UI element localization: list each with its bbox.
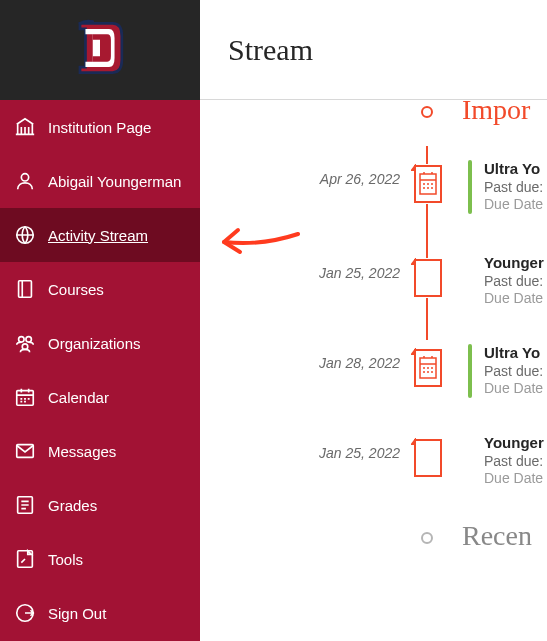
section-heading-recent: Recen — [462, 520, 532, 552]
green-indicator — [468, 344, 472, 398]
sidebar-item-label: Calendar — [48, 389, 109, 406]
sidebar-item-signout[interactable]: Sign Out — [0, 586, 200, 640]
entry-line3: Due Date — [484, 196, 547, 212]
svg-point-5 — [22, 344, 28, 350]
logo-area — [0, 0, 200, 100]
entry-text: Ultra Yo Past due: Due Date — [484, 160, 547, 212]
sidebar-item-label: Messages — [48, 443, 116, 460]
entry-line2: Past due: — [484, 453, 547, 469]
sidebar-item-profile[interactable]: Abigail Youngerman — [0, 154, 200, 208]
main-area: Stream Impor Apr 26, 2022 Ultra Yo Past … — [200, 0, 547, 641]
sidebar-item-calendar[interactable]: Calendar — [0, 370, 200, 424]
stream-entry[interactable]: Jan 25, 2022 Younger Past due: Due Date — [200, 438, 547, 494]
sidebar-item-label: Courses — [48, 281, 104, 298]
entry-text: Younger Past due: Due Date — [484, 254, 547, 306]
book-icon — [14, 278, 36, 300]
stream-entry[interactable]: Jan 28, 2022 Ultra Yo Past due: Due Date — [200, 348, 547, 404]
sidebar-item-label: Abigail Youngerman — [48, 173, 181, 190]
grades-icon — [14, 494, 36, 516]
people-icon — [14, 332, 36, 354]
person-icon — [14, 170, 36, 192]
entry-title: Younger — [484, 434, 547, 451]
green-indicator — [468, 160, 472, 214]
calendar-icon — [14, 386, 36, 408]
entry-title: Younger — [484, 254, 547, 271]
annotation-arrow-icon — [212, 218, 302, 272]
entry-text: Ultra Yo Past due: Due Date — [484, 344, 547, 396]
sidebar-item-label: Grades — [48, 497, 97, 514]
tools-icon — [14, 548, 36, 570]
blank-card-icon — [411, 438, 445, 478]
sidebar: Institution Page Abigail Youngerman Acti… — [0, 0, 200, 641]
nav: Institution Page Abigail Youngerman Acti… — [0, 100, 200, 640]
section-dot-recent — [421, 532, 433, 544]
entry-line2: Past due: — [484, 273, 547, 289]
section-heading-important: Impor — [462, 94, 530, 126]
entry-text: Younger Past due: Due Date — [484, 434, 547, 486]
entry-line2: Past due: — [484, 363, 547, 379]
svg-point-0 — [21, 174, 28, 181]
entry-line3: Due Date — [484, 470, 547, 486]
entry-title: Ultra Yo — [484, 160, 547, 177]
globe-icon — [14, 224, 36, 246]
svg-point-3 — [19, 337, 24, 343]
timeline: Impor Apr 26, 2022 Ultra Yo Past due: Du… — [200, 100, 547, 140]
calendar-card-icon — [411, 348, 445, 388]
page-title: Stream — [228, 33, 313, 67]
sidebar-item-label: Activity Stream — [48, 227, 148, 244]
sidebar-item-label: Organizations — [48, 335, 141, 352]
entry-date: Apr 26, 2022 — [200, 170, 400, 188]
svg-point-4 — [26, 337, 31, 343]
institution-logo-icon — [72, 18, 128, 82]
sidebar-item-grades[interactable]: Grades — [0, 478, 200, 532]
entry-line3: Due Date — [484, 290, 547, 306]
sidebar-item-label: Institution Page — [48, 119, 151, 136]
sidebar-item-label: Sign Out — [48, 605, 106, 622]
svg-rect-6 — [17, 391, 34, 406]
entry-line3: Due Date — [484, 380, 547, 396]
sidebar-item-courses[interactable]: Courses — [0, 262, 200, 316]
entry-line2: Past due: — [484, 179, 547, 195]
institution-icon — [14, 116, 36, 138]
sidebar-item-institution[interactable]: Institution Page — [0, 100, 200, 154]
entry-title: Ultra Yo — [484, 344, 547, 361]
main-header: Stream — [200, 0, 547, 100]
calendar-card-icon — [411, 164, 445, 204]
sidebar-item-organizations[interactable]: Organizations — [0, 316, 200, 370]
blank-card-icon — [411, 258, 445, 298]
sidebar-item-tools[interactable]: Tools — [0, 532, 200, 586]
sidebar-item-activity-stream[interactable]: Activity Stream — [0, 208, 200, 262]
stream-entry[interactable]: Apr 26, 2022 Ultra Yo Past due: Due Date — [200, 164, 547, 220]
entry-date: Jan 25, 2022 — [200, 444, 400, 462]
sidebar-item-label: Tools — [48, 551, 83, 568]
svg-rect-2 — [19, 281, 32, 298]
entry-date: Jan 28, 2022 — [200, 354, 400, 372]
sidebar-item-messages[interactable]: Messages — [0, 424, 200, 478]
envelope-icon — [14, 440, 36, 462]
section-dot-important — [421, 106, 433, 118]
signout-icon — [14, 602, 36, 624]
